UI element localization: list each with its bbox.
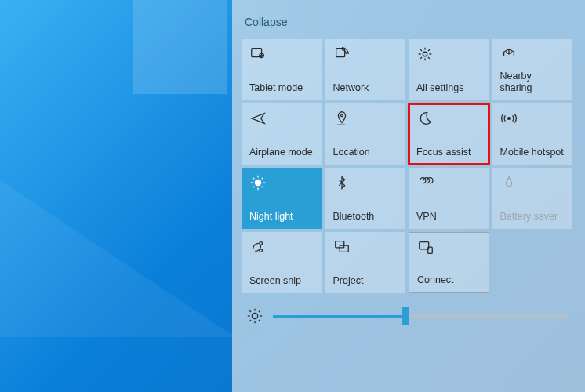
svg-line-5 [249, 310, 251, 312]
collapse-link[interactable]: Collapse [242, 11, 290, 39]
tile-vpn[interactable]: VPN [409, 168, 489, 229]
tile-label: Airplane mode [249, 147, 316, 158]
wallpaper-shape [0, 180, 235, 337]
brightness-slider[interactable] [273, 308, 568, 324]
tile-tablet-mode[interactable]: Tablet mode [242, 39, 322, 100]
tile-label: Mobile hotspot [500, 147, 567, 158]
tile-all-settings[interactable]: All settings [409, 39, 489, 100]
tile-label: Tablet mode [249, 82, 316, 94]
desktop: Collapse Tablet modeNetworkAll settingsN… [0, 0, 585, 392]
tile-location[interactable]: Location [325, 103, 406, 165]
tile-connect[interactable]: Connect [409, 232, 489, 293]
quick-action-tiles: Tablet modeNetworkAll settingsNearby sha… [242, 39, 572, 293]
tile-label: Battery saver [500, 211, 567, 223]
connect-icon [417, 239, 434, 256]
tile-label: Project [333, 275, 400, 287]
settings-icon [416, 45, 434, 63]
vpn-icon [416, 174, 434, 191]
slider-track [273, 315, 568, 318]
wallpaper-shape [133, 0, 227, 94]
tile-focus-assist[interactable]: Focus assist [409, 103, 489, 165]
tile-screen-snip[interactable]: Screen snip [242, 232, 322, 293]
tile-airplane-mode[interactable]: Airplane mode [242, 103, 322, 165]
hotspot-icon [500, 110, 518, 127]
tile-network[interactable]: Network [325, 39, 406, 100]
action-center-panel: Collapse Tablet modeNetworkAll settingsN… [232, 0, 585, 392]
svg-line-7 [249, 320, 251, 321]
tile-mobile-hotspot[interactable]: Mobile hotspot [492, 103, 573, 165]
slider-thumb[interactable] [402, 307, 409, 325]
nearby-sharing-icon [500, 45, 518, 63]
moon-icon [416, 110, 434, 127]
project-icon [333, 238, 351, 256]
tile-label: Focus assist [416, 147, 483, 158]
tile-battery-saver[interactable]: Battery saver [492, 168, 573, 229]
tablet-mode-icon [249, 45, 267, 63]
slider-fill [273, 315, 405, 318]
location-icon [333, 110, 351, 127]
tile-label: Night light [249, 211, 316, 223]
brightness-icon [246, 307, 263, 325]
tile-label: Network [333, 82, 400, 94]
tile-nearby-sharing[interactable]: Nearby sharing [492, 39, 573, 100]
screen-snip-icon [249, 238, 267, 256]
tile-label: Connect [417, 274, 482, 286]
tile-label: All settings [416, 82, 483, 94]
tile-label: Screen snip [249, 275, 316, 287]
tile-project[interactable]: Project [325, 232, 406, 293]
brightness-row [242, 293, 572, 325]
tile-label: Bluetooth [333, 211, 400, 223]
tile-label: VPN [416, 211, 483, 223]
svg-line-8 [259, 310, 260, 312]
tile-night-light[interactable]: Night light [242, 168, 322, 229]
network-icon [333, 45, 351, 63]
airplane-icon [249, 110, 267, 127]
night-light-icon [249, 174, 267, 191]
tile-label: Nearby sharing [500, 71, 567, 94]
tile-bluetooth[interactable]: Bluetooth [325, 168, 406, 229]
tile-label: Location [333, 147, 400, 158]
svg-point-0 [252, 313, 257, 318]
battery-saver-icon [500, 174, 518, 191]
svg-line-6 [259, 320, 260, 321]
bluetooth-icon [333, 174, 351, 191]
